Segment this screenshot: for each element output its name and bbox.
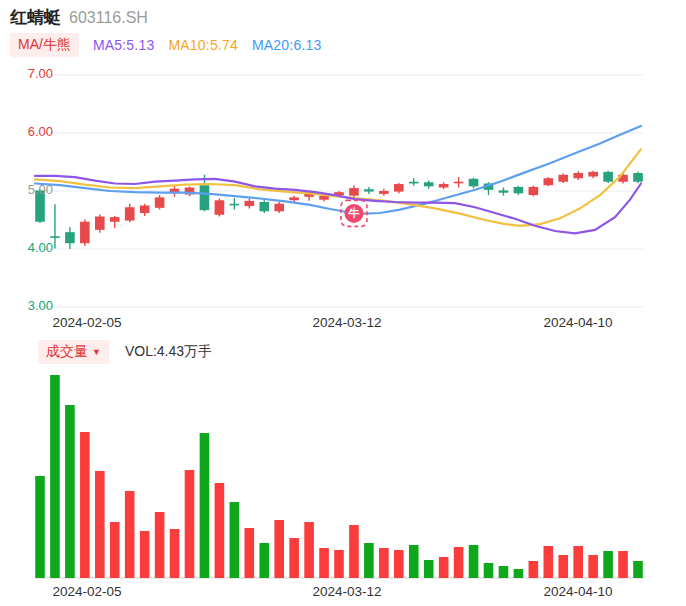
volume-bar[interactable] xyxy=(588,555,598,578)
candle[interactable] xyxy=(364,189,374,191)
volume-bar[interactable] xyxy=(140,531,150,578)
bull-badge-label: 牛 xyxy=(347,207,359,219)
candle[interactable] xyxy=(633,173,643,182)
volume-bar[interactable] xyxy=(633,561,643,578)
volume-bar[interactable] xyxy=(245,528,255,578)
volume-bar[interactable] xyxy=(170,529,180,578)
price-axis-label-4: 4.00 xyxy=(7,240,53,255)
candle[interactable] xyxy=(469,179,479,187)
price-axis-label-7: 7.00 xyxy=(7,66,53,81)
candle[interactable] xyxy=(558,175,568,182)
candle[interactable] xyxy=(65,232,75,243)
candle[interactable] xyxy=(588,172,598,177)
candle[interactable] xyxy=(379,191,389,194)
volume-bar[interactable] xyxy=(424,560,434,578)
volume-bar[interactable] xyxy=(409,545,419,578)
date-tick-top-2: 2024-03-12 xyxy=(312,315,381,330)
ma20-legend: MA20:6.13 xyxy=(252,37,322,53)
candle[interactable] xyxy=(439,184,449,187)
candle[interactable] xyxy=(544,178,554,185)
ma20-line xyxy=(35,126,641,214)
volume-header: 成交量 ▼ VOL:4.43万手 xyxy=(38,340,212,364)
volume-bar[interactable] xyxy=(50,375,60,578)
volume-bar[interactable] xyxy=(514,569,524,578)
volume-bar[interactable] xyxy=(469,545,479,578)
candle[interactable] xyxy=(573,173,583,178)
volume-bar[interactable] xyxy=(155,512,165,578)
date-tick-top-3: 2024-04-10 xyxy=(543,315,612,330)
volume-bar[interactable] xyxy=(65,405,75,578)
volume-bar[interactable] xyxy=(334,550,344,578)
candle[interactable] xyxy=(454,182,464,184)
volume-bar[interactable] xyxy=(95,471,105,578)
volume-bar[interactable] xyxy=(529,561,539,578)
candle[interactable] xyxy=(215,200,225,215)
stock-chart-app: 牛 红蜻蜓 603116.SH MA/牛熊 MA5:5.13 MA10:5.74… xyxy=(0,0,686,606)
volume-bar[interactable] xyxy=(349,525,359,578)
candle[interactable] xyxy=(125,207,135,220)
candle[interactable] xyxy=(95,217,105,230)
volume-bar[interactable] xyxy=(379,548,389,578)
page-title: 红蜻蜓 603116.SH xyxy=(10,6,148,29)
candle[interactable] xyxy=(110,217,120,222)
volume-bar[interactable] xyxy=(558,555,568,578)
kline-volume-chart[interactable]: 牛 xyxy=(0,0,686,606)
price-axis-label-5: 5.00 xyxy=(7,182,53,197)
volume-bar[interactable] xyxy=(185,470,195,578)
candle[interactable] xyxy=(155,197,165,207)
ma-mode-badge[interactable]: MA/牛熊 xyxy=(10,33,79,57)
candle[interactable] xyxy=(529,187,539,195)
volume-bar[interactable] xyxy=(259,543,269,578)
volume-bar[interactable] xyxy=(499,566,509,578)
volume-bar[interactable] xyxy=(603,551,613,578)
volume-badge-label: 成交量 xyxy=(46,343,88,361)
candle[interactable] xyxy=(200,185,210,210)
ma5-legend: MA5:5.13 xyxy=(93,37,155,53)
volume-bar[interactable] xyxy=(484,563,494,578)
price-axis-label-3: 3.00 xyxy=(7,298,53,313)
volume-bar[interactable] xyxy=(544,546,554,578)
volume-bar[interactable] xyxy=(573,546,583,578)
candle[interactable] xyxy=(514,187,524,193)
stock-name: 红蜻蜓 xyxy=(10,6,61,29)
candle[interactable] xyxy=(424,182,434,186)
volume-bar[interactable] xyxy=(304,522,314,578)
volume-bar[interactable] xyxy=(274,520,284,578)
volume-dropdown[interactable]: 成交量 ▼ xyxy=(38,340,109,364)
stock-code: 603116.SH xyxy=(69,9,148,27)
candle[interactable] xyxy=(140,206,150,214)
candle[interactable] xyxy=(80,222,90,243)
candle[interactable] xyxy=(274,204,284,212)
candle[interactable] xyxy=(50,236,60,238)
candle[interactable] xyxy=(349,188,359,196)
date-tick-bottom-1: 2024-02-05 xyxy=(52,584,121,599)
volume-bar[interactable] xyxy=(110,522,120,578)
volume-bar[interactable] xyxy=(35,476,45,578)
candle[interactable] xyxy=(230,204,240,206)
price-axis-label-6: 6.00 xyxy=(7,124,53,139)
date-tick-top-1: 2024-02-05 xyxy=(52,315,121,330)
candle[interactable] xyxy=(289,197,299,200)
dropdown-arrow-icon: ▼ xyxy=(92,348,101,357)
date-tick-bottom-3: 2024-04-10 xyxy=(543,584,612,599)
volume-bar[interactable] xyxy=(454,547,464,578)
volume-readout: VOL:4.43万手 xyxy=(125,343,212,361)
volume-bar[interactable] xyxy=(439,557,449,578)
candle[interactable] xyxy=(259,202,269,211)
volume-bar[interactable] xyxy=(394,550,404,578)
volume-bar[interactable] xyxy=(319,548,329,578)
volume-bar[interactable] xyxy=(215,483,225,578)
volume-bar[interactable] xyxy=(230,502,240,578)
candle[interactable] xyxy=(499,190,509,192)
volume-bar[interactable] xyxy=(200,433,210,578)
volume-bar[interactable] xyxy=(618,551,628,578)
candle[interactable] xyxy=(245,201,255,206)
volume-bar[interactable] xyxy=(125,491,135,578)
volume-bar[interactable] xyxy=(289,538,299,578)
candle[interactable] xyxy=(603,172,613,182)
candle[interactable] xyxy=(394,184,404,192)
volume-bar[interactable] xyxy=(80,432,90,578)
volume-bar[interactable] xyxy=(364,543,374,578)
ma10-legend: MA10:5.74 xyxy=(168,37,238,53)
candle[interactable] xyxy=(409,182,419,184)
